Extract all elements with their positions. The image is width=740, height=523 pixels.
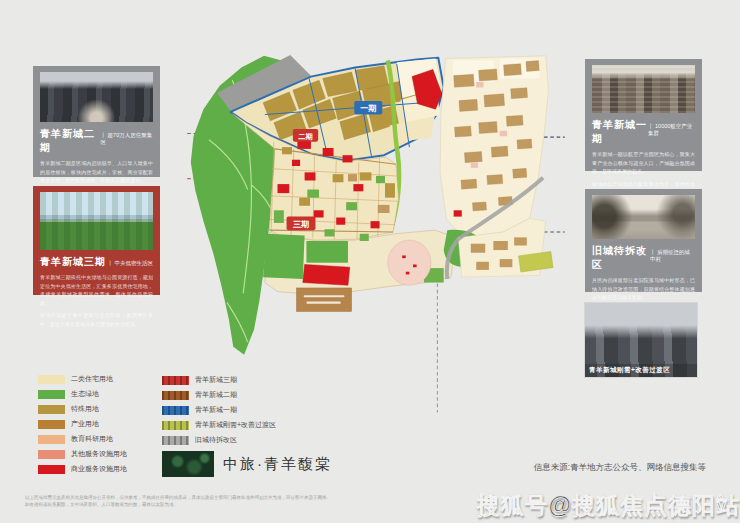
- phase2-title: 青羊新城二期: [40, 127, 101, 155]
- legend-districts: 青羊新城三期青羊新城二期青羊新城一期青羊新城刚需+改善过渡区旧城待拆改区: [162, 375, 276, 445]
- legend-item: 产业用地: [38, 419, 127, 429]
- phase3-body-1: 青羊新城三期依托中央绿地与公园资源打造，规划定位为中央低密生活区，汇集多宗优质住…: [40, 273, 153, 307]
- phase3-photo: [40, 192, 153, 250]
- phase2-photo: [40, 72, 153, 122]
- card-phase2: 青羊新城二期 丨 超70万人居住聚集区 青羊新城二期是区域内启动较早、人口导入最…: [33, 66, 160, 177]
- phase1-title: 青羊新城一期: [592, 118, 648, 146]
- legend-swatch: [162, 376, 189, 385]
- phase1-label: 一期: [360, 104, 376, 113]
- card-oldtown: 旧城待拆改区 丨 后期征迁的城中村 片区内仍保留部分老旧院落与城中村形态，已纳入…: [585, 189, 702, 292]
- phase2-subtitle: 丨 超70万人居住聚集区: [101, 132, 153, 146]
- legend-label: 生态绿地: [71, 389, 99, 399]
- legend-item: 二类住宅用地: [38, 374, 127, 384]
- legend-label: 青羊新城三期: [195, 375, 237, 385]
- legend-swatch: [38, 375, 65, 384]
- source-note: 信息来源:青羊地方志公众号、网络信息搜集等: [534, 462, 706, 474]
- legend-item: 旧城待拆改区: [162, 435, 276, 445]
- oldtown-subtitle: 丨 后期征迁的城中村: [650, 249, 695, 263]
- legend-label: 产业用地: [71, 419, 99, 429]
- phase1-photo: [592, 65, 695, 113]
- phase1-body-1: 青羊新城一期以航空产业园区为核心，聚集大量产业办公载体与就业人口，产城融合氛围成…: [592, 150, 695, 176]
- phase2-body-1: 青羊新城二期是区域内启动较早、人口导入最集中的居住板块，板块内住宅成片，学校、商…: [40, 159, 153, 185]
- legend-item: 商业服务设施用地: [38, 464, 127, 474]
- legend-item: 青羊新城二期: [162, 390, 276, 400]
- oldtown-title: 旧城待拆改区: [592, 244, 650, 272]
- legend-label: 青羊新城二期: [195, 390, 237, 400]
- legend-land-use: 二类住宅用地生态绿地特殊用地产业用地教育科研用地其他服务设施用地商业服务设施用地: [38, 374, 127, 474]
- planning-map-poster: 一期 二期 三期 青羊新城二期 丨 超70万人居住聚集区 青羊新城二期是区域内启…: [0, 0, 740, 523]
- oldtown-body-1: 片区内仍保留部分老旧院落与城中村形态，已纳入待拆迁改造范围，后期将结合整体规划逐…: [592, 276, 695, 302]
- brand-row: 中旅·青羊馥棠: [162, 451, 332, 477]
- legend-swatch: [38, 390, 65, 399]
- phase3-body-2: 板块目前处于集中建设与兑现阶段，新房供应集中，是近年青羊新城开发与置业的热点区域…: [40, 311, 153, 328]
- legend-item: 教育科研用地: [38, 434, 127, 444]
- legend-label: 二类住宅用地: [71, 374, 113, 384]
- legend-swatch: [162, 391, 189, 400]
- legend-swatch: [38, 435, 65, 444]
- legend-label: 青羊新城一期: [195, 405, 237, 415]
- legend-swatch: [38, 465, 65, 474]
- legend-item: 特殊用地: [38, 404, 127, 414]
- card-transition: 青羊新城刚需+改善过渡区: [584, 302, 698, 378]
- brand-logo-image: [162, 451, 214, 477]
- legend-swatch: [38, 450, 65, 459]
- legend-swatch: [162, 421, 189, 430]
- legend-item: 青羊新城一期: [162, 405, 276, 415]
- legend-label: 旧城待拆改区: [195, 435, 237, 445]
- phase3-title: 青羊新城三期: [40, 255, 106, 269]
- legend-item: 其他服务设施用地: [38, 449, 127, 459]
- legend-swatch: [162, 406, 189, 415]
- legend-item: 青羊新城三期: [162, 375, 276, 385]
- map-oldtown-area: [440, 56, 549, 238]
- legend-swatch: [38, 420, 65, 429]
- legend-label: 青羊新城刚需+改善过渡区: [195, 420, 276, 430]
- legend-item: 青羊新城刚需+改善过渡区: [162, 420, 276, 430]
- brand-logo-text: 中旅·青羊馥棠: [223, 455, 332, 474]
- legend-label: 其他服务设施用地: [71, 449, 127, 459]
- legend-label: 商业服务设施用地: [71, 464, 127, 474]
- legend-item: 生态绿地: [38, 389, 127, 399]
- legend-label: 教育科研用地: [71, 434, 113, 444]
- phase3-label: 三期: [293, 220, 309, 229]
- card-phase3: 青羊新城三期 丨 中央低密生活区 青羊新城三期依托中央绿地与公园资源打造，规划定…: [33, 186, 160, 295]
- phase2-label: 二期: [298, 132, 312, 141]
- legend-label: 特殊用地: [71, 404, 99, 414]
- legend-swatch: [38, 405, 65, 414]
- oldtown-photo: [592, 195, 695, 239]
- legend-swatch: [162, 436, 189, 445]
- watermark: 搜狐号@搜狐焦点德阳站: [477, 490, 740, 521]
- transition-caption: 青羊新城刚需+改善过渡区: [585, 364, 697, 377]
- phase1-subtitle: 丨 10000航空产业集群: [648, 123, 695, 137]
- phase3-subtitle: 丨 中央低密生活区: [107, 260, 153, 267]
- card-phase1: 青羊新城一期 丨 10000航空产业集群 青羊新城一期以航空产业园区为核心，聚集…: [585, 59, 702, 171]
